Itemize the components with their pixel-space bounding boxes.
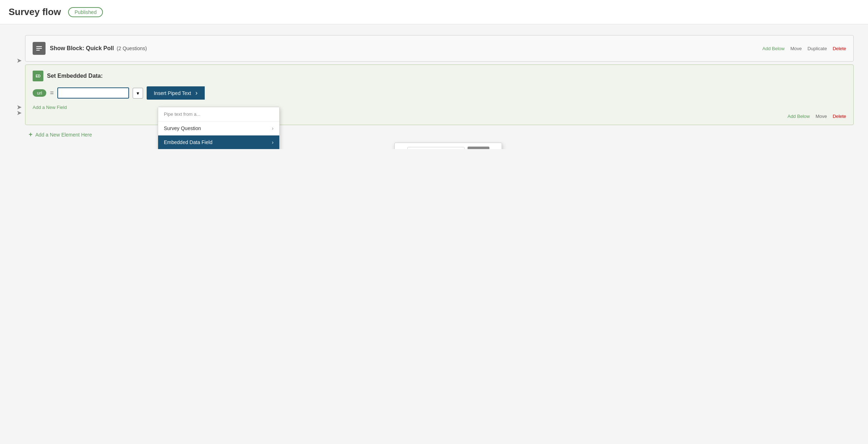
duplicate-link-1[interactable]: Duplicate — [807, 46, 827, 51]
sub-panel-search-input[interactable] — [407, 147, 465, 149]
delete-link-2[interactable]: Delete — [833, 114, 846, 119]
show-block-card: Show Block: Quick Poll (2 Questions) Add… — [25, 35, 854, 62]
svg-rect-0 — [36, 46, 42, 47]
dropdown-item-label: Survey Question — [164, 125, 201, 131]
flow-arrow-1: ➤ — [16, 57, 22, 65]
dropdown-items-list: Survey Question›Embedded Data Field›GeoI… — [158, 121, 279, 149]
flow-arrow-3: ➤ — [16, 109, 22, 117]
delete-link-1[interactable]: Delete — [833, 46, 846, 51]
insert-button[interactable]: Insert — [468, 147, 489, 149]
add-below-link-2[interactable]: Add Below — [787, 114, 810, 119]
published-badge: Published — [68, 7, 103, 17]
equals-sign: = — [50, 89, 54, 97]
add-element-row[interactable]: + Add a New Element Here — [25, 131, 854, 138]
main-content: ➤ ➤ ➤ Show Block: Quick Poll (2 Question… — [0, 24, 868, 149]
plus-icon: + — [29, 131, 33, 138]
page-title: Survey flow — [9, 6, 61, 18]
embedded-icon: ED — [33, 71, 43, 81]
add-new-field-link[interactable]: Add a New Field — [33, 105, 67, 110]
embedded-row: url = ▾ Insert Piped Text — [33, 86, 846, 100]
chevron-right-icon: › — [272, 139, 274, 145]
dropdown-chevron-btn[interactable]: ▾ — [133, 88, 143, 99]
show-block-left: Show Block: Quick Poll (2 Questions) — [33, 42, 147, 55]
move-link-2[interactable]: Move — [816, 114, 827, 119]
dropdown-item[interactable]: Survey Question› — [158, 121, 279, 135]
show-block-icon — [33, 42, 46, 55]
dropdown-item-label: Embedded Data Field — [164, 139, 212, 145]
embedded-text-input[interactable] — [57, 87, 129, 99]
url-badge: url — [33, 89, 46, 97]
chevron-right-icon: › — [272, 125, 274, 131]
add-element-label: Add a New Element Here — [35, 132, 92, 138]
svg-rect-1 — [36, 48, 42, 49]
show-block-title: Show Block: Quick Poll (2 Questions) — [50, 45, 147, 52]
add-below-link-1[interactable]: Add Below — [762, 46, 784, 51]
move-link-1[interactable]: Move — [790, 46, 802, 51]
embedded-footer: Add Below Move Delete — [33, 114, 846, 119]
embedded-data-card: ED Set Embedded Data: url = ▾ Insert Pip… — [25, 65, 854, 125]
flow-container: ➤ ➤ ➤ Show Block: Quick Poll (2 Question… — [14, 35, 854, 138]
dropdown-item[interactable]: Embedded Data Field› — [158, 135, 279, 149]
search-icon: 🔍 — [398, 149, 404, 149]
embedded-title: Set Embedded Data: — [47, 73, 103, 79]
header: Survey flow Published — [0, 0, 868, 24]
embedded-header: ED Set Embedded Data: — [33, 71, 846, 81]
insert-piped-text-button[interactable]: Insert Piped Text — [147, 86, 205, 100]
dropdown-menu: Pipe text from a... Survey Question›Embe… — [158, 107, 280, 149]
dropdown-header: Pipe text from a... — [158, 107, 279, 121]
sub-panel: 🔍 Insert RecipientFirstNameRecipientLast… — [394, 143, 502, 149]
sub-panel-search-row: 🔍 Insert — [395, 143, 502, 149]
show-block-actions: Add Below Move Duplicate Delete — [762, 46, 846, 51]
svg-rect-2 — [36, 50, 40, 51]
